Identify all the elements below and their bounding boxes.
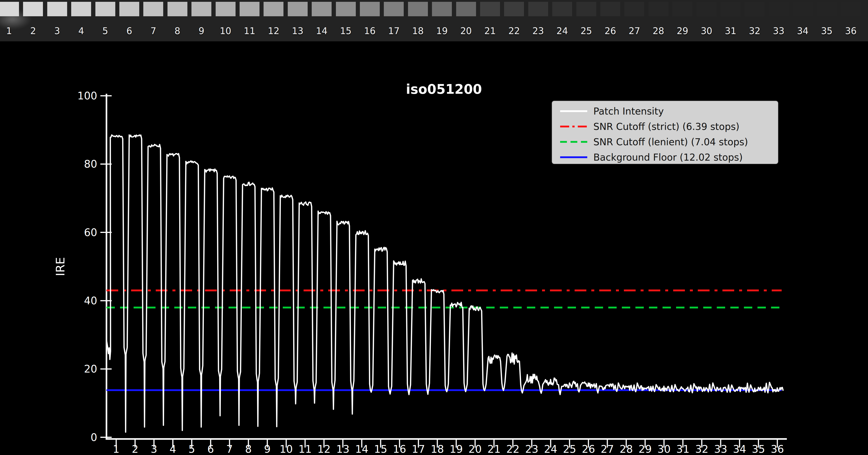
x-tick-label: 7 <box>226 443 233 455</box>
x-tick-label: 17 <box>412 443 425 455</box>
x-tick-label: 26 <box>582 443 595 455</box>
x-tick-label: 11 <box>298 443 312 455</box>
y-tick-label: 40 <box>84 295 97 307</box>
chart-title: iso051200 <box>406 82 482 97</box>
x-tick-label: 33 <box>714 443 727 455</box>
x-tick-label: 25 <box>563 443 576 455</box>
dynamic-range-chart: 0204060801001234567891011121314151617181… <box>0 0 868 455</box>
x-tick-label: 23 <box>525 443 538 455</box>
x-tick-label: 12 <box>317 443 331 455</box>
x-tick-label: 3 <box>151 443 157 455</box>
chart-legend: Patch Intensity SNR Cutoff (strict) (6.3… <box>552 101 778 164</box>
legend-label-snr-lenient: SNR Cutoff (lenient) (7.04 stops) <box>593 136 748 148</box>
legend-label-snr-strict: SNR Cutoff (strict) (6.39 stops) <box>593 121 739 132</box>
x-tick-label: 20 <box>469 443 482 455</box>
x-tick-label: 21 <box>487 443 501 455</box>
y-tick-label: 60 <box>84 226 97 238</box>
x-tick-label: 2 <box>132 443 138 455</box>
x-tick-label: 31 <box>676 443 690 455</box>
x-tick-label: 18 <box>431 443 444 455</box>
x-tick-label: 9 <box>264 443 271 455</box>
y-tick-label: 80 <box>84 158 97 170</box>
x-tick-label: 22 <box>506 443 520 455</box>
x-tick-label: 5 <box>188 443 195 455</box>
x-tick-label: 24 <box>544 443 557 455</box>
y-tick-label: 0 <box>91 431 97 444</box>
x-tick-label: 13 <box>336 443 350 455</box>
x-tick-label: 28 <box>620 443 633 455</box>
x-tick-label: 32 <box>695 443 708 455</box>
x-tick-label: 36 <box>771 443 784 455</box>
x-tick-label: 8 <box>245 443 252 455</box>
x-tick-label: 4 <box>169 443 176 455</box>
x-tick-label: 19 <box>450 443 463 455</box>
x-tick-label: 1 <box>113 443 119 455</box>
x-tick-label: 10 <box>280 443 293 455</box>
x-tick-label: 16 <box>393 443 406 455</box>
x-tick-label: 14 <box>355 443 368 455</box>
x-tick-label: 30 <box>657 443 671 455</box>
y-tick-label: 20 <box>84 363 97 375</box>
legend-label-background-floor: Background Floor (12.02 stops) <box>593 152 743 163</box>
x-tick-label: 35 <box>752 443 765 455</box>
legend-label-patch-intensity: Patch Intensity <box>593 106 664 117</box>
x-tick-label: 27 <box>601 443 614 455</box>
x-tick-label: 15 <box>374 443 388 455</box>
x-tick-label: 34 <box>733 443 746 455</box>
patch-intensity-trace <box>106 135 783 432</box>
x-tick-label: 29 <box>639 443 652 455</box>
x-tick-label: 6 <box>207 443 214 455</box>
y-tick-label: 100 <box>77 90 97 102</box>
y-axis-label: IRE <box>54 257 67 276</box>
